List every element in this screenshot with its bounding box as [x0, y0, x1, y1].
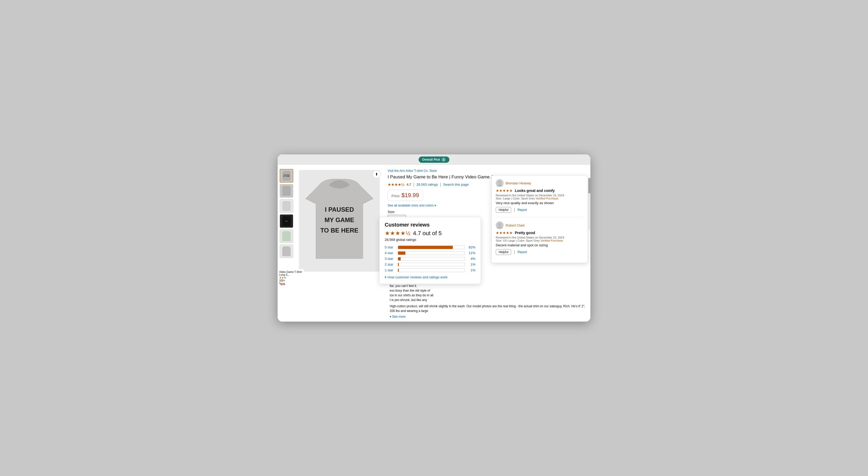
sidebar-product-stars: ★★★	[279, 276, 302, 279]
thumbnail-6[interactable]	[280, 244, 293, 258]
helpful-button-1[interactable]: Helpful	[496, 207, 511, 213]
info-icon[interactable]: ℹ	[441, 158, 446, 162]
star-2-fill	[398, 263, 399, 266]
right-reviews-panel: Brendan Heaney ★★★★★ Looks great and com…	[491, 175, 588, 263]
store-link[interactable]: Visit the Ann Arbor T-shirt Co. Store	[388, 169, 586, 173]
top-banner: Overall Pick ℹ	[278, 155, 590, 165]
star-5-track	[398, 245, 465, 249]
search-page-link[interactable]: Search this page	[443, 182, 469, 186]
star-bar-3[interactable]: 3 star 4%	[385, 257, 475, 261]
reviews-panel-title: Customer reviews	[385, 222, 475, 228]
price-label: Price:	[392, 194, 400, 198]
thumbnail-5[interactable]	[280, 229, 293, 243]
customer-reviews-panel: Customer reviews ★★★★½ 4.7 out of 5 28,5…	[379, 217, 481, 284]
product-stars: ★★★★½	[388, 182, 405, 187]
left-sidebar: Video Game T-Shirt Long S... ★★★ 100+ $$…	[278, 269, 304, 289]
star-1-label: 1 star	[385, 268, 396, 272]
svg-text:MY GAME: MY GAME	[324, 216, 354, 224]
thumbnail-rail: I PAUSED MY GAME	[278, 167, 297, 272]
product-rating: 4.7	[407, 182, 411, 186]
star-5-fill	[398, 246, 453, 249]
review-actions-2: Helpful | Report	[496, 249, 583, 255]
star-1-fill	[398, 269, 399, 272]
report-link-1[interactable]: Report	[518, 208, 527, 212]
scrollbar[interactable]	[588, 178, 590, 230]
price-value: $19.99	[401, 192, 419, 199]
chevron-down-icon: ▾	[435, 204, 436, 207]
verified-badge-2: Verified Purchase	[540, 239, 563, 242]
review-stars-2: ★★★★★	[496, 231, 513, 235]
chevron-down-icon-desc: ▾	[390, 314, 391, 319]
helpful-button-2[interactable]: Helpful	[496, 249, 511, 255]
reviewer-name-2[interactable]: Robert Clark	[506, 224, 525, 227]
reviewer-name-1[interactable]: Brendan Heaney	[506, 181, 531, 185]
avg-rating-number: 4.7 out of 5	[413, 230, 441, 237]
reviewer-row-1: Brendan Heaney	[496, 179, 583, 187]
star-4-pct: 11%	[467, 251, 475, 255]
scrollbar-thumb[interactable]	[588, 178, 590, 194]
star-bar-4[interactable]: 4 star 11%	[385, 251, 475, 255]
main-product-image: I PAUSED MY GAME TO BE HERE	[299, 170, 380, 272]
review-title-row-2: ★★★★★ Pretty good	[496, 231, 583, 235]
star-1-pct: 1%	[467, 268, 475, 272]
share-icon: ⬆	[375, 172, 378, 176]
review-title-row-1: ★★★★★ Looks great and comfy	[496, 189, 583, 193]
review-stars-1: ★★★★★	[496, 189, 513, 193]
star-2-track	[398, 263, 465, 266]
rating-separator2: |	[440, 182, 441, 187]
overall-pick-badge: Overall Pick ℹ	[418, 157, 450, 163]
product-image-area: I PAUSED MY GAME TO BE HERE ⬆	[297, 167, 385, 272]
review-meta-2: Reviewed in the United States on Decembe…	[496, 236, 583, 242]
star-5-pct: 82%	[467, 245, 475, 249]
star-3-fill	[398, 257, 401, 261]
star-3-pct: 4%	[467, 257, 475, 261]
overall-pick-label: Overall Pick	[422, 158, 440, 162]
review-title-1: Looks great and comfy	[515, 189, 555, 193]
reviewer-row-2: Robert Clark	[496, 221, 583, 229]
star-5-label: 5 star	[385, 245, 396, 249]
review-meta-1: Reviewed in the United States on Decembe…	[496, 194, 583, 200]
thumbnail-1[interactable]: I PAUSED MY GAME	[280, 169, 293, 182]
sidebar-product-1[interactable]: Video Game T-Shirt Long S... ★★★ 100+ $$…	[279, 271, 302, 286]
verified-badge-1: Verified Purchase	[536, 197, 558, 200]
global-ratings: 28,569 global ratings	[385, 238, 475, 242]
star-4-fill	[398, 251, 405, 255]
share-button[interactable]: ⬆	[372, 170, 381, 178]
page-content: Overall Pick ℹ I PAUSED MY GAME	[278, 155, 590, 321]
svg-text:TO BE HERE: TO BE HERE	[320, 227, 359, 234]
review-card-2: Robert Clark ★★★★★ Pretty good Reviewed …	[496, 221, 583, 259]
how-reviews-text: How customer reviews and ratings work	[388, 275, 447, 279]
reviewer-avatar-2	[496, 221, 504, 229]
rating-count-link[interactable]: 28,563 ratings	[416, 182, 438, 186]
review-body-2: Decent material and spot on sizing	[496, 243, 583, 247]
star-bar-1[interactable]: 1 star 1%	[385, 268, 475, 272]
rating-separator: |	[413, 182, 414, 187]
reviewer-avatar-1	[496, 179, 504, 187]
sidebar-product-count: 100+	[279, 279, 302, 282]
star-2-pct: 1%	[467, 263, 475, 266]
sidebar-product-price: $$35	[279, 282, 302, 286]
see-more-link[interactable]: ▾ See more	[390, 314, 586, 319]
thumbnail-2[interactable]	[280, 184, 293, 198]
report-link-2[interactable]: Report	[518, 250, 527, 254]
star-3-label: 3 star	[385, 257, 396, 261]
star-2-label: 2 star	[385, 263, 396, 266]
thumbnail-4[interactable]: AMI	[280, 214, 293, 228]
review-body-1: Very nice quality and exactly as shown	[496, 201, 583, 205]
star-4-track	[398, 251, 465, 255]
svg-point-4	[497, 184, 502, 186]
avg-rating-row: ★★★★½ 4.7 out of 5	[385, 230, 475, 237]
svg-point-6	[497, 226, 502, 229]
star-4-label: 4 star	[385, 251, 396, 255]
svg-point-3	[498, 181, 501, 184]
how-reviews-link[interactable]: ▾ How customer reviews and ratings work	[385, 275, 475, 279]
star-bars: 5 star 82% 4 star 11% 3 star	[385, 245, 475, 272]
star-1-track	[398, 269, 465, 272]
star-bar-2[interactable]: 2 star 1%	[385, 263, 475, 266]
star-3-track	[398, 257, 465, 261]
star-bar-5[interactable]: 5 star 82%	[385, 245, 475, 249]
thumbnail-3[interactable]	[280, 199, 293, 213]
sidebar-product-name: Video Game T-Shirt Long S...	[279, 271, 302, 276]
svg-point-5	[498, 223, 501, 226]
chevron-down-icon-reviews: ▾	[385, 275, 386, 279]
